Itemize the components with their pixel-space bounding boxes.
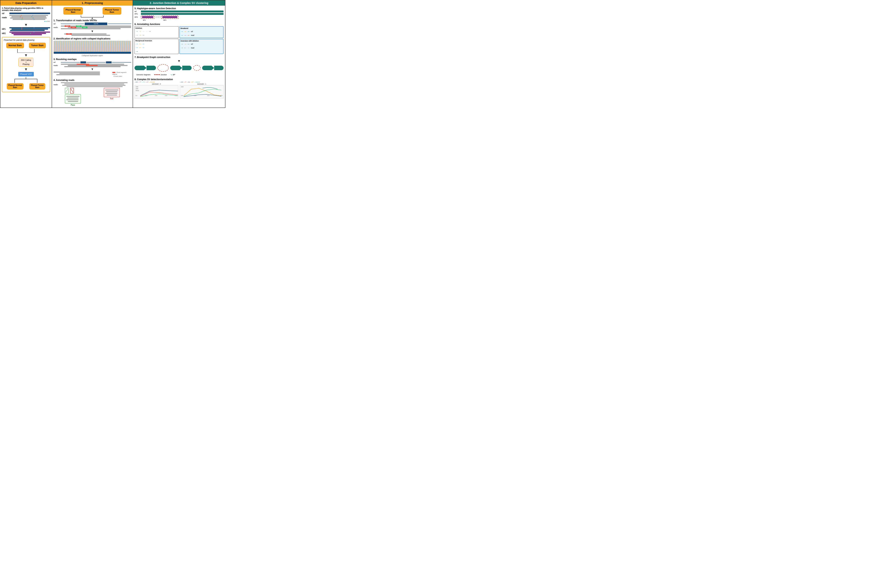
s3-title: 3. Resolving overlaps (54, 58, 131, 61)
deletion-label: Deletion (136, 27, 178, 29)
snv-legend: ■ ■ SNV (2, 21, 50, 22)
junction-ellipse1 (158, 64, 169, 72)
junction-grid: Deletion → → → → → → → → (134, 26, 223, 54)
phased-vcf-box: Phased VCF (18, 72, 34, 76)
legend-area: Genomic Segment Junction ⌐ BP (134, 73, 223, 76)
vntr-diagram: ref VNTR reads Del1 Del2 Del3 Del4 (54, 22, 131, 36)
section2-collapsed: 2. Identification of regions with collap… (54, 37, 131, 56)
genomic-segment-label: Genomic Segment (136, 74, 150, 76)
breakend-label: Breakend (180, 27, 222, 29)
s4-title: 4. Annotating reads (54, 79, 131, 82)
bp-labels: BP1 BP2 (134, 19, 223, 21)
pass-label: Pass (65, 104, 81, 106)
pass-fail-row: Pass Fail (54, 88, 131, 106)
pass-box (65, 94, 81, 104)
genomic-segments-row (134, 64, 223, 72)
section4-annotating: 4. Annotating reads reads (54, 79, 131, 106)
panel2-preprocessing: 1. Preprocessing Phased NormalBam Phased… (52, 0, 133, 108)
deletion-box: Deletion → → → → → → → → (134, 26, 179, 38)
junction-ellipse2 (193, 65, 201, 71)
phased-vcf-box-wrap: Phased VCF (4, 72, 48, 76)
normal-bam-box: Normal Bam (6, 43, 24, 48)
panel1-header: Data Preparation (0, 0, 52, 6)
junction-label: Junction (161, 74, 167, 76)
subchart-1: —HH —TT —Dn —HT —Interchr subcluster - 1… (180, 82, 223, 98)
flowchart-section: Flowchart for paired data phasing Normal… (2, 37, 50, 92)
section1-title: 1. Paired data phasing using germline SN… (2, 7, 50, 11)
seg3 (202, 66, 223, 70)
arrow-down-overlap: ▼ (54, 68, 131, 71)
seg1 (134, 66, 156, 70)
fail-section: Fail (104, 88, 120, 106)
section1-vntrs: 1. Transformation of reads inside VNTRs … (54, 19, 131, 36)
hp1-label: HP1 (2, 28, 9, 30)
panel3-header: 2. Junction Detection & Complex SV clust… (133, 0, 225, 6)
s6-title: 6. Annotating Junctions (134, 23, 223, 25)
arrow-down-vntr: ▼ (54, 30, 131, 33)
pass-section: Pass (65, 88, 81, 106)
hp2-label: HP2 (2, 33, 9, 34)
top-boxes-row: Normal Bam Tumor Bam (4, 43, 48, 48)
legend-row-1: —HH —TT —Dn —HT —Interchr (180, 82, 223, 83)
connector-area-1 (4, 49, 48, 53)
legend-row-0: —HH —TT —TH —HT —Interchr (134, 82, 178, 83)
connector-area-2 (4, 77, 48, 83)
chart-1-area: 10M20M30M40M chr5 (180, 85, 223, 98)
s1-title: 1. Transformation of reads inside VNTRs (54, 19, 131, 22)
panel2-header: 1. Preprocessing (52, 0, 133, 6)
section5: 5. Haplotype-aware Junction Detection re… (134, 7, 223, 21)
fail-box (104, 88, 120, 97)
fail-label: Fail (104, 98, 120, 99)
pre-phased-tumor-bam: Phased TumorBam (103, 7, 121, 15)
seg2 (170, 66, 192, 70)
phased-normal-bam-box: Phased NormalBam (7, 83, 24, 89)
s7-title: 7. Breakpoint Graph construction (134, 56, 223, 59)
arrow-down-1: ▼ (2, 23, 50, 27)
panel1-data-preparation: Data Preparation 1. Paired data phasing … (0, 0, 52, 108)
breakend-box: Breakend → → → ref → → → read (179, 26, 223, 38)
flowchart-title: Flowchart for paired data phasing (4, 39, 48, 41)
s2-title: 2. Identification of regions with collap… (54, 37, 131, 40)
subcluster-1-label: subcluster - 1 (180, 83, 223, 85)
bp-legend: ⌐ BP (171, 73, 175, 76)
pre-connector-1 (54, 15, 131, 19)
section3-overlaps: 3. Resolving overlaps ref reads (54, 58, 131, 77)
pre-phased-normal-bam: Phased NormalBam (63, 7, 83, 15)
junction-legend: Junction (154, 74, 167, 76)
bp-label: BP (173, 74, 175, 76)
panel3-junction: 2. Junction Detection & Complex SV clust… (133, 0, 225, 108)
reciprocal-inversion-label: Reciprocal inversion (136, 40, 178, 42)
arrow-down-2: ▼ (4, 53, 48, 57)
section8: 8. Complex SV detection/annotation —HH —… (134, 78, 223, 98)
reciprocal-inversion-box: Reciprocal inversion → → → → → → (134, 39, 179, 54)
section6: 6. Annotating Junctions Deletion → → → →… (134, 23, 223, 54)
chart-0-area: 5M15M25M35M45M chr6 chr5 chr12 (134, 85, 178, 98)
arrow-section7: ▼ (134, 59, 223, 63)
arrow-down-3: ▼ (4, 67, 48, 71)
subcluster-0-label: subcluster - 0 (134, 83, 178, 85)
ref-label: ref (2, 12, 9, 15)
reads-label: reads (2, 16, 9, 19)
preprocessing-top-boxes: Phased NormalBam Phased TumorBam (54, 7, 131, 15)
reads-visualization: ref reads (2, 12, 50, 36)
subchart-0: —HH —TT —TH —HT —Interchr subcluster - 0… (134, 82, 178, 98)
main-container: Data Preparation 1. Paired data phasing … (0, 0, 225, 108)
snv-calling-box-wrap: SNV Calling+Phasing (4, 58, 48, 67)
snv-calling-box: SNV Calling+Phasing (18, 58, 33, 67)
s5-title: 5. Haplotype-aware Junction Detection (134, 7, 223, 10)
bottom-boxes-row: Phased NormalBam Phased TumorBam (4, 83, 48, 89)
charts-row: —HH —TT —TH —HT —Interchr subcluster - 0… (134, 82, 223, 98)
phased-tumor-bam-box: Phased TumorBam (29, 83, 45, 89)
section7: 7. Breakpoint Graph construction ▼ (134, 56, 223, 76)
tumor-bam-box: Tumor Bam (29, 43, 46, 48)
inversion-deletion-box: Inversion with deletion → → → ref → → → (179, 39, 223, 54)
collapsed-dup-label: Collapsed duplication region (54, 55, 131, 56)
s8-title: 8. Complex SV detection/annotation (134, 78, 223, 81)
inversion-deletion-label: Inversion with deletion (180, 40, 222, 42)
collapsed-dup-visual (54, 41, 131, 54)
